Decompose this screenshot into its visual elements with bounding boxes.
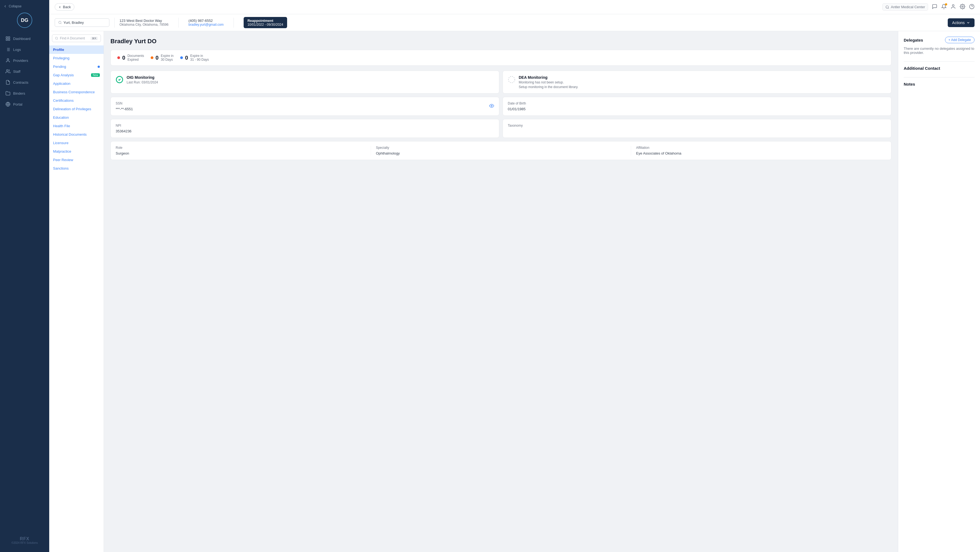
users-icon xyxy=(5,69,10,74)
settings-icon-btn[interactable] xyxy=(960,4,965,10)
add-delegate-button[interactable]: + Add Delegate xyxy=(945,37,975,43)
collapse-button[interactable]: Collapse xyxy=(0,4,25,13)
provider-info: 123 West Best Doctor Way Oklahoma City, … xyxy=(119,17,948,28)
message-icon-btn[interactable] xyxy=(932,4,937,10)
oig-monitoring-card: OIG Monitoring Last Run: 03/01/2024 xyxy=(110,70,499,94)
nav-item-sanctions[interactable]: Sanctions xyxy=(49,164,103,172)
specialty-section: Specialty Ophthalmology xyxy=(371,146,626,155)
notes-section: Notes xyxy=(904,82,975,86)
help-icon-btn[interactable] xyxy=(969,4,975,10)
sidebar-item-label: Portal xyxy=(13,102,22,107)
nav-item-pending[interactable]: Pending xyxy=(49,62,103,71)
logo: RFX xyxy=(11,536,38,541)
oig-status-icon xyxy=(116,76,123,83)
nav-item-education[interactable]: Education xyxy=(49,113,103,122)
stat-dot-30days xyxy=(151,56,153,59)
ssn-visibility-toggle[interactable] xyxy=(489,104,494,109)
nav-item-delineation[interactable]: Delineation of Privileges xyxy=(49,105,103,113)
svg-rect-1 xyxy=(8,37,10,38)
search-icon xyxy=(55,37,58,40)
nav-item-malpractice[interactable]: Malpractice xyxy=(49,147,103,156)
avatar: DG xyxy=(17,13,32,28)
taxonomy-card: Taxonomy xyxy=(503,119,891,138)
sidebar-item-contracts[interactable]: Contracts xyxy=(2,77,47,88)
doc-search[interactable]: Find A Document ⌘K xyxy=(52,35,101,42)
sidebar-nav: Dashboard Logs Providers Staff Contracts… xyxy=(0,34,49,109)
grid-icon xyxy=(5,36,10,41)
svg-point-22 xyxy=(56,37,58,39)
affiliation-section: Affiliation Eye Associates of Oklahoma xyxy=(631,146,886,155)
nav-item-privileging[interactable]: Privileging xyxy=(49,54,103,62)
list-icon xyxy=(5,47,10,52)
chevron-left-icon xyxy=(58,5,62,9)
collapse-label: Collapse xyxy=(9,4,22,8)
sidebar-item-providers[interactable]: Providers xyxy=(2,55,47,65)
sidebar-footer: RFX ©2024 RFX Solutions xyxy=(8,533,41,548)
provider-header: Yurt, Bradley 123 West Best Doctor Way O… xyxy=(49,14,980,31)
svg-point-11 xyxy=(6,70,8,71)
stat-dot-90days xyxy=(180,56,183,59)
sidebar-item-label: Logs xyxy=(13,48,21,52)
svg-point-14 xyxy=(886,5,888,8)
left-nav: Find A Document ⌘K Profile Privileging P… xyxy=(49,31,104,552)
sidebar-item-logs[interactable]: Logs xyxy=(2,44,47,55)
dea-monitoring-card: DEA Monitoring Monitoring has not been s… xyxy=(503,70,891,94)
back-button[interactable]: Back xyxy=(55,3,75,11)
globe-icon xyxy=(5,102,10,107)
address-detail: 123 West Best Doctor Way Oklahoma City, … xyxy=(119,19,169,27)
cards-grid: OIG Monitoring Last Run: 03/01/2024 DEA … xyxy=(110,70,891,160)
notification-dot xyxy=(945,3,947,5)
sidebar-item-dashboard[interactable]: Dashboard xyxy=(2,34,47,44)
nav-item-licensure[interactable]: Licensure xyxy=(49,139,103,147)
pending-dot xyxy=(98,65,100,68)
stat-expired: 0 Documents Expired xyxy=(117,54,144,62)
svg-point-25 xyxy=(508,76,515,83)
nav-item-business-correspondence[interactable]: Business Correspondence xyxy=(49,88,103,96)
nav-item-health-file[interactable]: Health File xyxy=(49,122,103,130)
svg-point-10 xyxy=(7,59,9,60)
sidebar-item-label: Dashboard xyxy=(13,37,30,41)
sidebar-item-staff[interactable]: Staff xyxy=(2,66,47,77)
provider-search[interactable]: Yurt, Bradley xyxy=(55,18,110,27)
sidebar-item-label: Providers xyxy=(13,59,28,63)
svg-rect-3 xyxy=(8,39,10,40)
stats-row: 0 Documents Expired 0 Expire in 30 Days … xyxy=(110,50,891,65)
stat-dot-expired xyxy=(117,56,120,59)
reappointment-badge: Reappointment 10/01/2022 - 09/30/2024 xyxy=(243,17,287,28)
svg-point-26 xyxy=(491,105,492,107)
stat-90days: 0 Expire in 31 - 90 Days xyxy=(180,54,209,62)
additional-contact-section: Additional Contact xyxy=(904,66,975,70)
nav-item-certifications[interactable]: Certifications xyxy=(49,96,103,105)
ssn-card: SSN ***-**-6551 xyxy=(110,97,499,116)
divider xyxy=(114,18,115,28)
notification-icon-btn[interactable] xyxy=(941,4,947,10)
nav-item-application[interactable]: Application xyxy=(49,79,103,88)
folder-icon xyxy=(5,91,10,96)
footer-copy: ©2024 RFX Solutions xyxy=(11,541,38,544)
sidebar: Collapse DG Dashboard Logs Providers Sta… xyxy=(0,0,49,552)
svg-line-23 xyxy=(57,39,58,39)
sidebar-item-label: Binders xyxy=(13,91,25,96)
main-area: Back Antler Medical Center xyxy=(49,0,980,552)
nav-item-profile[interactable]: Profile xyxy=(49,45,103,54)
topbar-search[interactable]: Antler Medical Center xyxy=(882,3,928,11)
role-card: Role Surgeon Specialty Ophthalmology Aff… xyxy=(110,141,891,160)
actions-button[interactable]: Actions xyxy=(948,18,975,27)
dob-card: Date of Birth 01/01/1985 xyxy=(503,97,891,116)
role-section: Role Surgeon xyxy=(116,146,366,155)
nav-item-peer-review[interactable]: Peer Review xyxy=(49,156,103,164)
user-icon-btn[interactable] xyxy=(950,4,956,10)
delegates-section: Delegates + Add Delegate There are curre… xyxy=(904,37,975,55)
sidebar-item-binders[interactable]: Binders xyxy=(2,88,47,99)
sidebar-item-portal[interactable]: Portal xyxy=(2,99,47,109)
nav-item-historical-documents[interactable]: Historical Documents xyxy=(49,130,103,139)
right-panel: Delegates + Add Delegate There are curre… xyxy=(898,31,980,552)
svg-point-20 xyxy=(59,21,61,24)
stat-30days: 0 Expire in 30 Days xyxy=(151,54,173,62)
topbar: Back Antler Medical Center xyxy=(49,0,980,14)
search-icon xyxy=(58,21,62,24)
svg-rect-0 xyxy=(6,37,7,38)
nav-item-gap-analysis[interactable]: Gap Analysis New xyxy=(49,71,103,79)
dea-status-icon xyxy=(508,76,515,83)
sidebar-item-label: Contracts xyxy=(13,80,29,85)
